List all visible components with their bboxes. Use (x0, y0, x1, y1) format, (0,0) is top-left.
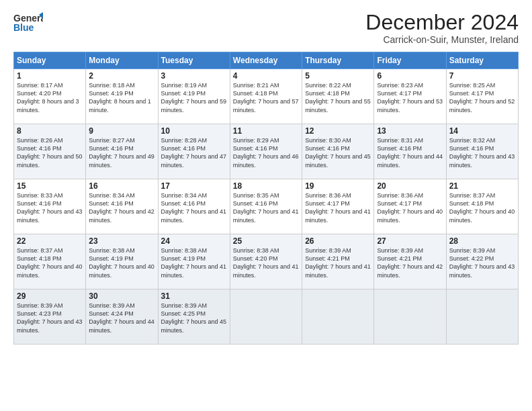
calendar-table: Sunday Monday Tuesday Wednesday Thursday… (13, 52, 519, 345)
table-row: 20Sunrise: 8:36 AMSunset: 4:17 PMDayligh… (374, 179, 446, 234)
cell-content: Sunrise: 8:37 AMSunset: 4:18 PMDaylight:… (449, 191, 515, 224)
day-number: 15 (17, 181, 83, 191)
cell-content: Sunrise: 8:37 AMSunset: 4:18 PMDaylight:… (17, 246, 83, 279)
cell-content: Sunrise: 8:22 AMSunset: 4:18 PMDaylight:… (305, 81, 371, 114)
day-number: 12 (305, 126, 371, 136)
calendar-week-row: 15Sunrise: 8:33 AMSunset: 4:16 PMDayligh… (14, 179, 519, 234)
table-row: 1Sunrise: 8:17 AMSunset: 4:20 PMDaylight… (14, 69, 86, 124)
day-number: 14 (449, 126, 515, 136)
day-number: 8 (17, 126, 83, 136)
day-number: 23 (89, 236, 154, 246)
svg-text:Blue: Blue (13, 22, 34, 33)
table-row: 5Sunrise: 8:22 AMSunset: 4:18 PMDaylight… (302, 69, 374, 124)
header: General Blue December 2024 Carrick-on-Su… (13, 11, 519, 45)
table-row: 6Sunrise: 8:23 AMSunset: 4:17 PMDaylight… (374, 69, 446, 124)
table-row: 23Sunrise: 8:38 AMSunset: 4:19 PMDayligh… (86, 234, 158, 289)
day-number: 6 (377, 71, 443, 81)
day-number: 25 (233, 236, 299, 246)
table-row: 21Sunrise: 8:37 AMSunset: 4:18 PMDayligh… (446, 179, 518, 234)
table-row: 29Sunrise: 8:39 AMSunset: 4:23 PMDayligh… (14, 289, 86, 345)
cell-content: Sunrise: 8:39 AMSunset: 4:23 PMDaylight:… (17, 302, 83, 334)
day-number: 22 (17, 236, 83, 246)
table-row: 26Sunrise: 8:39 AMSunset: 4:21 PMDayligh… (302, 234, 374, 289)
cell-content: Sunrise: 8:38 AMSunset: 4:20 PMDaylight:… (233, 246, 299, 279)
day-number: 19 (305, 181, 371, 191)
table-row: 9Sunrise: 8:27 AMSunset: 4:16 PMDaylight… (86, 124, 158, 179)
table-row: 28Sunrise: 8:39 AMSunset: 4:22 PMDayligh… (446, 234, 518, 289)
day-number: 29 (17, 291, 83, 301)
table-row: 10Sunrise: 8:28 AMSunset: 4:16 PMDayligh… (158, 124, 230, 179)
col-tuesday: Tuesday (158, 52, 230, 69)
table-row: 2Sunrise: 8:18 AMSunset: 4:19 PMDaylight… (86, 69, 158, 124)
day-number: 17 (161, 181, 227, 191)
col-saturday: Saturday (446, 52, 518, 69)
cell-content: Sunrise: 8:35 AMSunset: 4:16 PMDaylight:… (233, 191, 299, 224)
day-number: 26 (305, 236, 371, 246)
cell-content: Sunrise: 8:38 AMSunset: 4:19 PMDaylight:… (161, 246, 227, 279)
cell-content: Sunrise: 8:27 AMSunset: 4:16 PMDaylight:… (89, 136, 154, 169)
cell-content: Sunrise: 8:29 AMSunset: 4:16 PMDaylight:… (233, 136, 299, 169)
day-number: 21 (449, 181, 515, 191)
cell-content: Sunrise: 8:18 AMSunset: 4:19 PMDaylight:… (89, 81, 154, 114)
table-row: 16Sunrise: 8:34 AMSunset: 4:16 PMDayligh… (86, 179, 158, 234)
day-number: 30 (89, 291, 154, 301)
table-row: 8Sunrise: 8:26 AMSunset: 4:16 PMDaylight… (14, 124, 86, 179)
day-number: 7 (449, 71, 515, 81)
logo: General Blue (13, 11, 43, 35)
table-row: 15Sunrise: 8:33 AMSunset: 4:16 PMDayligh… (14, 179, 86, 234)
day-number: 3 (161, 71, 227, 81)
cell-content: Sunrise: 8:34 AMSunset: 4:16 PMDaylight:… (89, 191, 154, 224)
table-row: 24Sunrise: 8:38 AMSunset: 4:19 PMDayligh… (158, 234, 230, 289)
day-number: 11 (233, 126, 299, 136)
cell-content: Sunrise: 8:33 AMSunset: 4:16 PMDaylight:… (17, 191, 83, 224)
table-row: 31Sunrise: 8:39 AMSunset: 4:25 PMDayligh… (158, 289, 230, 345)
calendar-header-row: Sunday Monday Tuesday Wednesday Thursday… (14, 52, 519, 69)
cell-content: Sunrise: 8:17 AMSunset: 4:20 PMDaylight:… (17, 81, 83, 114)
cell-content: Sunrise: 8:39 AMSunset: 4:25 PMDaylight:… (161, 302, 227, 334)
day-number: 31 (161, 291, 227, 301)
cell-content: Sunrise: 8:38 AMSunset: 4:19 PMDaylight:… (89, 246, 154, 279)
cell-content: Sunrise: 8:25 AMSunset: 4:17 PMDaylight:… (449, 81, 515, 114)
day-number: 4 (233, 71, 299, 81)
table-row (230, 289, 302, 345)
cell-content: Sunrise: 8:31 AMSunset: 4:16 PMDaylight:… (377, 136, 443, 169)
table-row (374, 289, 446, 345)
day-number: 16 (89, 181, 154, 191)
table-row (302, 289, 374, 345)
page: General Blue December 2024 Carrick-on-Su… (0, 0, 532, 411)
table-row: 13Sunrise: 8:31 AMSunset: 4:16 PMDayligh… (374, 124, 446, 179)
table-row: 27Sunrise: 8:39 AMSunset: 4:21 PMDayligh… (374, 234, 446, 289)
cell-content: Sunrise: 8:39 AMSunset: 4:21 PMDaylight:… (305, 246, 371, 279)
day-number: 1 (17, 71, 83, 81)
day-number: 28 (449, 236, 515, 246)
day-number: 20 (377, 181, 443, 191)
cell-content: Sunrise: 8:39 AMSunset: 4:24 PMDaylight:… (89, 302, 154, 334)
logo-icon: General Blue (13, 11, 43, 35)
day-number: 2 (89, 71, 154, 81)
table-row: 11Sunrise: 8:29 AMSunset: 4:16 PMDayligh… (230, 124, 302, 179)
table-row: 22Sunrise: 8:37 AMSunset: 4:18 PMDayligh… (14, 234, 86, 289)
day-number: 5 (305, 71, 371, 81)
table-row: 17Sunrise: 8:34 AMSunset: 4:16 PMDayligh… (158, 179, 230, 234)
day-number: 10 (161, 126, 227, 136)
table-row: 7Sunrise: 8:25 AMSunset: 4:17 PMDaylight… (446, 69, 518, 124)
cell-content: Sunrise: 8:36 AMSunset: 4:17 PMDaylight:… (305, 191, 371, 224)
day-number: 9 (89, 126, 154, 136)
cell-content: Sunrise: 8:39 AMSunset: 4:22 PMDaylight:… (449, 246, 515, 279)
day-number: 24 (161, 236, 227, 246)
cell-content: Sunrise: 8:34 AMSunset: 4:16 PMDaylight:… (161, 191, 227, 224)
table-row: 12Sunrise: 8:30 AMSunset: 4:16 PMDayligh… (302, 124, 374, 179)
subtitle: Carrick-on-Suir, Munster, Ireland (365, 34, 519, 45)
cell-content: Sunrise: 8:39 AMSunset: 4:21 PMDaylight:… (377, 246, 443, 279)
title-block: December 2024 Carrick-on-Suir, Munster, … (365, 11, 519, 45)
col-wednesday: Wednesday (230, 52, 302, 69)
table-row: 18Sunrise: 8:35 AMSunset: 4:16 PMDayligh… (230, 179, 302, 234)
cell-content: Sunrise: 8:28 AMSunset: 4:16 PMDaylight:… (161, 136, 227, 169)
day-number: 13 (377, 126, 443, 136)
table-row: 25Sunrise: 8:38 AMSunset: 4:20 PMDayligh… (230, 234, 302, 289)
table-row: 4Sunrise: 8:21 AMSunset: 4:18 PMDaylight… (230, 69, 302, 124)
month-title: December 2024 (365, 11, 519, 34)
table-row: 14Sunrise: 8:32 AMSunset: 4:16 PMDayligh… (446, 124, 518, 179)
calendar-week-row: 29Sunrise: 8:39 AMSunset: 4:23 PMDayligh… (14, 289, 519, 345)
cell-content: Sunrise: 8:19 AMSunset: 4:19 PMDaylight:… (161, 81, 227, 114)
